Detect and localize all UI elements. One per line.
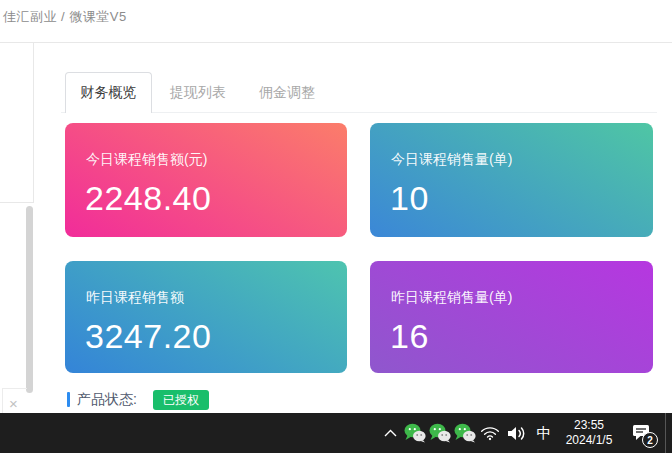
top-bar: 佳汇副业 / 微课堂V5 xyxy=(0,0,672,43)
status-badge: 已授权 xyxy=(153,390,209,410)
tab-finance-overview[interactable]: 财务概览 xyxy=(65,72,152,113)
chevron-up-icon[interactable] xyxy=(378,413,402,453)
breadcrumb[interactable]: 佳汇副业 / 微课堂V5 xyxy=(3,8,127,26)
stat-card-value: 10 xyxy=(390,179,429,218)
section-accent-bar xyxy=(67,392,70,407)
stat-card-label: 昨日课程销售量(单) xyxy=(391,289,512,307)
scrollbar-thumb[interactable] xyxy=(26,206,33,393)
wifi-icon[interactable] xyxy=(477,413,503,453)
product-status-label: 产品状态: xyxy=(77,391,137,409)
tab-label: 佣金调整 xyxy=(259,84,315,102)
stat-card-label: 今日课程销售量(单) xyxy=(391,151,512,169)
wechat-icon[interactable] xyxy=(402,413,427,453)
notification-badge: 2 xyxy=(642,432,658,448)
stat-card-yesterday-sales-count: 昨日课程销售量(单) 16 xyxy=(370,261,653,373)
left-panel-edge: × xyxy=(0,43,42,413)
stat-card-value: 16 xyxy=(390,317,429,356)
stat-card-yesterday-sales-amount: 昨日课程销售额 3247.20 xyxy=(65,261,347,373)
tab-withdraw-list[interactable]: 提现列表 xyxy=(170,72,226,113)
tab-commission-adjust[interactable]: 佣金调整 xyxy=(259,72,315,113)
tab-label: 提现列表 xyxy=(170,84,226,102)
show-desktop-button[interactable] xyxy=(665,413,666,453)
wechat-icon[interactable] xyxy=(427,413,452,453)
tab-label: 财务概览 xyxy=(81,84,137,102)
stat-card-today-sales-amount: 今日课程销售额(元) 2248.40 xyxy=(65,123,347,237)
stat-card-value: 2248.40 xyxy=(85,179,211,218)
clock-date: 2024/1/5 xyxy=(566,433,613,448)
wechat-icon[interactable] xyxy=(452,413,477,453)
stat-card-label: 昨日课程销售额 xyxy=(86,289,184,307)
clock-time: 23:55 xyxy=(574,418,604,433)
left-panel-divider xyxy=(0,202,34,203)
stat-card-label: 今日课程销售额(元) xyxy=(86,151,207,169)
stat-card-today-sales-count: 今日课程销售量(单) 10 xyxy=(370,123,653,237)
screen: 佳汇副业 / 微课堂V5 × 财务概览 提现列表 佣金调整 今日课程销售额(元)… xyxy=(0,0,672,453)
stat-card-value: 3247.20 xyxy=(85,317,211,356)
volume-icon[interactable] xyxy=(503,413,531,453)
clock[interactable]: 23:55 2024/1/5 xyxy=(557,413,621,453)
action-center-icon[interactable]: 2 xyxy=(621,413,661,453)
close-icon[interactable]: × xyxy=(9,395,18,412)
windows-taskbar: 中 23:55 2024/1/5 2 xyxy=(0,413,672,453)
ime-indicator[interactable]: 中 xyxy=(531,413,557,453)
left-panel-border xyxy=(33,43,34,202)
